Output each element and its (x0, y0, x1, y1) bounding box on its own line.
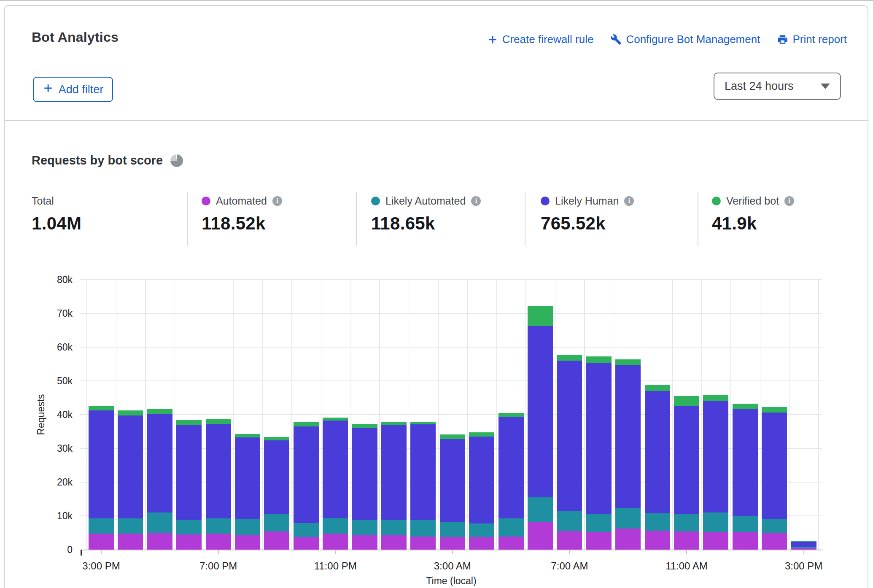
bar-segment-likely-human[interactable] (586, 363, 612, 514)
bar-segment-likely-automated[interactable] (733, 516, 758, 532)
bar-segment-likely-human[interactable] (118, 415, 143, 518)
bar-segment-likely-human[interactable] (176, 425, 202, 520)
bar-segment-likely-automated[interactable] (703, 512, 728, 532)
bar-segment-likely-human[interactable] (557, 361, 582, 511)
bar-segment-likely-automated[interactable] (615, 508, 641, 529)
bar-200pm[interactable] (762, 407, 787, 550)
bar-segment-verified-bot[interactable] (176, 420, 202, 425)
bar-segment-automated[interactable] (733, 532, 758, 550)
bar-300pm[interactable] (89, 406, 114, 550)
bar-segment-likely-automated[interactable] (674, 514, 699, 531)
info-icon[interactable]: i (784, 196, 794, 206)
bar-segment-automated[interactable] (674, 531, 699, 550)
bar-200am[interactable] (410, 422, 436, 550)
bar-segment-likely-human[interactable] (440, 439, 465, 522)
bar-segment-likely-automated[interactable] (118, 518, 143, 534)
bar-600pm[interactable] (176, 420, 202, 550)
bar-segment-likely-human[interactable] (235, 437, 260, 519)
bar-segment-verified-bot[interactable] (410, 422, 436, 424)
bar-segment-likely-automated[interactable] (762, 519, 787, 533)
bar-segment-automated[interactable] (645, 531, 670, 550)
bar-segment-verified-bot[interactable] (147, 409, 172, 414)
bar-300pm[interactable] (791, 541, 816, 550)
bar-100am[interactable] (381, 422, 407, 550)
bar-1000am[interactable] (645, 385, 670, 550)
bar-segment-automated[interactable] (206, 534, 231, 550)
bar-1100am[interactable] (674, 396, 699, 550)
bar-segment-likely-automated[interactable] (147, 512, 172, 533)
bar-400pm[interactable] (118, 410, 143, 550)
bar-segment-verified-bot[interactable] (733, 404, 758, 409)
bar-segment-likely-automated[interactable] (294, 523, 319, 537)
bar-1200am[interactable] (352, 424, 377, 550)
bar-segment-verified-bot[interactable] (645, 385, 670, 391)
bar-segment-likely-human[interactable] (410, 424, 436, 520)
bar-segment-verified-bot[interactable] (89, 406, 114, 410)
configure-bot-management-link[interactable]: Configure Bot Management (610, 33, 760, 46)
bar-segment-likely-human[interactable] (352, 428, 377, 520)
bar-segment-likely-automated[interactable] (469, 523, 494, 537)
bar-segment-verified-bot[interactable] (615, 359, 641, 365)
bar-segment-likely-human[interactable] (498, 417, 524, 518)
bar-1200pm[interactable] (703, 395, 728, 550)
bar-segment-automated[interactable] (528, 522, 553, 550)
bar-segment-likely-automated[interactable] (381, 520, 407, 535)
bar-segment-likely-human[interactable] (645, 391, 670, 513)
bar-segment-likely-human[interactable] (791, 542, 816, 547)
bar-segment-verified-bot[interactable] (469, 432, 494, 437)
info-icon[interactable]: i (471, 196, 481, 206)
bar-segment-automated[interactable] (586, 532, 612, 550)
bar-400am[interactable] (469, 432, 494, 550)
bar-segment-verified-bot[interactable] (440, 434, 465, 439)
bar-segment-verified-bot[interactable] (323, 418, 348, 421)
bar-segment-likely-human[interactable] (674, 406, 699, 514)
bar-segment-likely-human[interactable] (206, 424, 231, 518)
bar-segment-likely-human[interactable] (733, 409, 758, 516)
bar-600am[interactable] (528, 306, 553, 550)
bar-segment-automated[interactable] (498, 537, 524, 550)
bar-segment-likely-human[interactable] (147, 414, 172, 512)
bar-segment-verified-bot[interactable] (498, 413, 524, 417)
bar-segment-automated[interactable] (264, 531, 289, 550)
bar-segment-likely-human[interactable] (294, 426, 319, 523)
bar-segment-likely-human[interactable] (528, 326, 553, 497)
bar-segment-verified-bot[interactable] (206, 419, 231, 424)
bar-segment-likely-human[interactable] (469, 437, 494, 523)
bar-segment-automated[interactable] (235, 535, 260, 550)
bar-segment-verified-bot[interactable] (264, 437, 289, 440)
bar-segment-likely-human[interactable] (264, 440, 289, 514)
bar-segment-verified-bot[interactable] (528, 306, 553, 326)
bar-segment-automated[interactable] (615, 529, 641, 550)
bar-800am[interactable] (586, 356, 612, 550)
bar-segment-likely-automated[interactable] (176, 520, 202, 534)
bar-segment-likely-human[interactable] (762, 413, 787, 519)
bar-segment-automated[interactable] (762, 533, 787, 550)
bar-segment-likely-human[interactable] (323, 421, 348, 518)
bar-segment-likely-automated[interactable] (528, 497, 553, 522)
bar-segment-likely-automated[interactable] (323, 518, 348, 534)
bar-segment-likely-automated[interactable] (89, 518, 114, 534)
bar-1100pm[interactable] (323, 418, 348, 550)
bar-segment-verified-bot[interactable] (352, 424, 377, 428)
bar-300am[interactable] (440, 434, 465, 550)
bar-segment-verified-bot[interactable] (791, 541, 816, 542)
print-report-link[interactable]: Print report (777, 33, 847, 46)
bar-1000pm[interactable] (294, 422, 319, 550)
bar-segment-likely-automated[interactable] (235, 519, 260, 535)
bar-segment-automated[interactable] (469, 537, 494, 550)
bar-segment-verified-bot[interactable] (703, 395, 728, 401)
bar-segment-likely-human[interactable] (703, 401, 728, 512)
info-icon[interactable]: i (624, 196, 634, 206)
bar-segment-likely-human[interactable] (381, 425, 407, 520)
bar-700am[interactable] (557, 355, 582, 550)
bar-segment-automated[interactable] (89, 534, 114, 550)
bar-segment-automated[interactable] (118, 534, 143, 550)
bar-segment-likely-automated[interactable] (557, 511, 582, 531)
bar-segment-automated[interactable] (410, 537, 436, 550)
bar-segment-likely-automated[interactable] (586, 514, 612, 532)
bar-segment-automated[interactable] (176, 534, 202, 550)
bar-segment-automated[interactable] (703, 532, 728, 550)
bar-segment-verified-bot[interactable] (118, 410, 143, 415)
bar-segment-likely-automated[interactable] (264, 514, 289, 531)
bar-segment-automated[interactable] (294, 537, 319, 550)
